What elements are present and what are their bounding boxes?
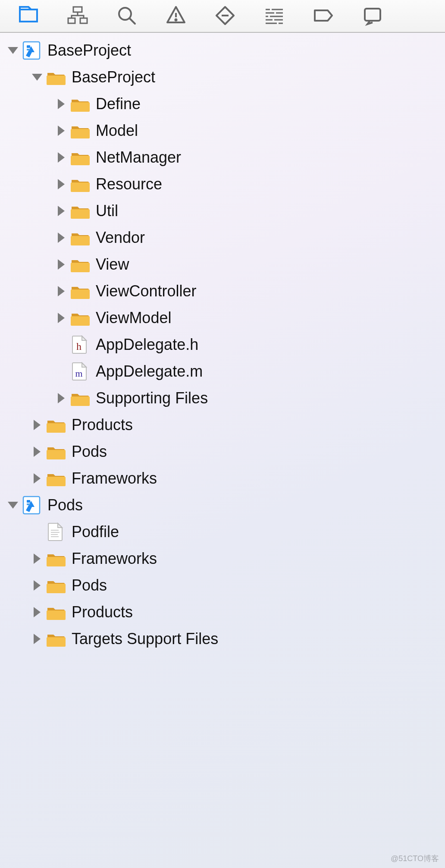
- folder-icon: [47, 415, 66, 434]
- folder-icon: [47, 603, 66, 622]
- folder-icon: [71, 255, 90, 274]
- disclosure-arrow-right-icon[interactable]: [29, 578, 45, 593]
- m-file-icon: [71, 362, 90, 381]
- tree-row[interactable]: NetManager: [0, 144, 445, 171]
- project-navigator-icon[interactable]: [18, 5, 39, 26]
- disclosure-arrow-right-icon[interactable]: [53, 283, 69, 299]
- text-file-icon: [47, 522, 66, 541]
- disclosure-arrow-right-icon[interactable]: [29, 417, 45, 433]
- folder-icon: [47, 68, 66, 87]
- disclosure-arrow-right-icon[interactable]: [53, 390, 69, 406]
- tree-item-label: Frameworks: [72, 550, 157, 568]
- tree-row[interactable]: Model: [0, 117, 445, 144]
- find-navigator-icon[interactable]: [116, 5, 137, 26]
- folder-icon: [71, 228, 90, 247]
- disclosure-arrow-down-icon[interactable]: [5, 497, 21, 513]
- tree-item-label: Pods: [47, 496, 83, 514]
- tree-item-label: Podfile: [72, 523, 119, 541]
- disclosure-arrow-right-icon[interactable]: [53, 150, 69, 165]
- disclosure-arrow-right-icon[interactable]: [29, 604, 45, 620]
- tree-row[interactable]: ViewController: [0, 278, 445, 305]
- xcodeproj-icon: [22, 41, 41, 60]
- tree-row[interactable]: ViewModel: [0, 305, 445, 331]
- disclosure-arrow-down-icon[interactable]: [29, 69, 45, 85]
- tree-item-label: Vendor: [96, 229, 145, 247]
- folder-icon: [47, 469, 66, 488]
- disclosure-arrow-right-icon[interactable]: [29, 444, 45, 459]
- disclosure-arrow-down-icon[interactable]: [5, 43, 21, 58]
- tree-item-label: Resource: [96, 175, 162, 193]
- tree-row[interactable]: BaseProject: [0, 37, 445, 64]
- debug-navigator-icon[interactable]: [264, 5, 285, 26]
- folder-icon: [47, 629, 66, 648]
- disclosure-arrow-right-icon[interactable]: [53, 123, 69, 138]
- tree-row[interactable]: Define: [0, 91, 445, 117]
- h-file-icon: [71, 335, 90, 354]
- disclosure-arrow-right-icon[interactable]: [53, 96, 69, 112]
- tree-item-label: Pods: [72, 576, 107, 594]
- tree-item-label: Pods: [72, 443, 107, 461]
- tree-item-label: Supporting Files: [96, 389, 208, 407]
- folder-icon: [47, 549, 66, 568]
- tree-row[interactable]: Vendor: [0, 224, 445, 251]
- tree-row[interactable]: Podfile: [0, 519, 445, 545]
- folder-icon: [71, 94, 90, 113]
- tree-row[interactable]: Resource: [0, 171, 445, 198]
- disclosure-arrow-right-icon[interactable]: [29, 471, 45, 486]
- source-control-navigator-icon[interactable]: [67, 5, 88, 26]
- navigator-toolbar: [0, 0, 445, 33]
- folder-icon: [71, 308, 90, 327]
- tree-row[interactable]: BaseProject: [0, 64, 445, 91]
- tree-row[interactable]: Targets Support Files: [0, 626, 445, 652]
- folder-icon: [47, 576, 66, 595]
- tree-row[interactable]: AppDelegate.m: [0, 358, 445, 385]
- tree-row[interactable]: View: [0, 251, 445, 278]
- tree-item-label: ViewModel: [96, 309, 171, 327]
- disclosure-arrow-right-icon[interactable]: [53, 310, 69, 326]
- folder-icon: [71, 121, 90, 140]
- folder-icon: [71, 389, 90, 408]
- tree-row[interactable]: Pods: [0, 438, 445, 465]
- tree-item-label: NetManager: [96, 148, 181, 167]
- issue-navigator-icon[interactable]: [166, 5, 186, 26]
- tree-item-label: View: [96, 255, 129, 274]
- tree-item-label: Targets Support Files: [72, 630, 218, 648]
- test-navigator-icon[interactable]: [215, 5, 235, 26]
- folder-icon: [71, 282, 90, 301]
- folder-icon: [71, 201, 90, 220]
- watermark-text: @51CTO博客: [391, 853, 439, 864]
- tree-row[interactable]: Supporting Files: [0, 385, 445, 412]
- folder-icon: [71, 148, 90, 167]
- tree-row[interactable]: Frameworks: [0, 545, 445, 572]
- report-navigator-icon[interactable]: [362, 5, 383, 26]
- tree-item-label: Products: [72, 416, 133, 434]
- xcodeproj-icon: [22, 496, 41, 515]
- tree-row[interactable]: Frameworks: [0, 465, 445, 492]
- tree-item-label: Model: [96, 122, 138, 140]
- tree-row[interactable]: Util: [0, 198, 445, 224]
- tree-row[interactable]: Products: [0, 412, 445, 438]
- tree-item-label: BaseProject: [72, 68, 155, 86]
- disclosure-arrow-right-icon[interactable]: [29, 551, 45, 566]
- tree-item-label: BaseProject: [47, 41, 131, 60]
- tree-row[interactable]: AppDelegate.h: [0, 331, 445, 358]
- tree-item-label: Frameworks: [72, 469, 157, 487]
- disclosure-arrow-right-icon[interactable]: [53, 230, 69, 245]
- project-navigator-tree: BaseProjectBaseProjectDefineModelNetMana…: [0, 33, 445, 652]
- tree-item-label: ViewController: [96, 282, 196, 300]
- tree-item-label: AppDelegate.h: [96, 336, 198, 354]
- tree-item-label: Products: [72, 603, 133, 621]
- disclosure-arrow-right-icon[interactable]: [53, 257, 69, 272]
- folder-icon: [47, 442, 66, 461]
- disclosure-arrow-right-icon[interactable]: [53, 203, 69, 219]
- tree-row[interactable]: Pods: [0, 572, 445, 599]
- tree-item-label: Util: [96, 202, 118, 220]
- tree-item-label: Define: [96, 95, 141, 113]
- folder-icon: [71, 175, 90, 194]
- breakpoint-navigator-icon[interactable]: [313, 5, 334, 26]
- tree-row[interactable]: Products: [0, 599, 445, 626]
- disclosure-arrow-right-icon[interactable]: [53, 176, 69, 192]
- disclosure-arrow-right-icon[interactable]: [29, 631, 45, 647]
- tree-item-label: AppDelegate.m: [96, 362, 203, 381]
- tree-row[interactable]: Pods: [0, 492, 445, 519]
